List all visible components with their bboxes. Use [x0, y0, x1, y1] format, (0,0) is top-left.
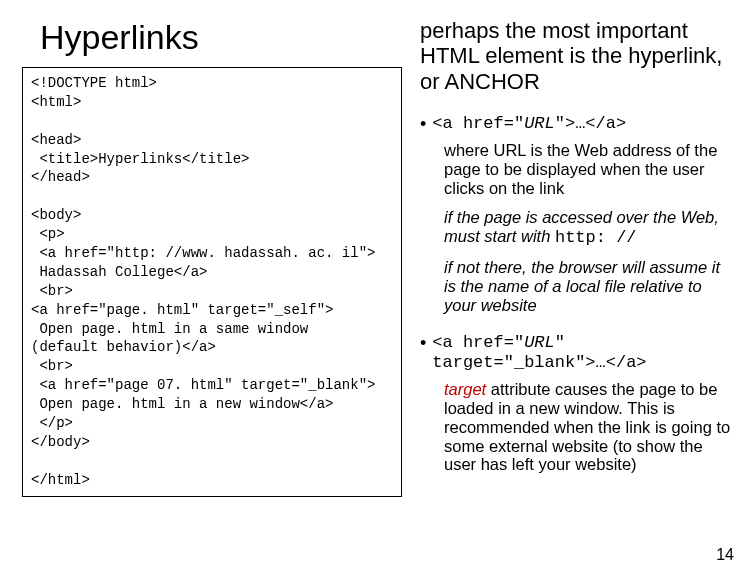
bullet-1-text: <a href="URL">…</a> — [432, 114, 734, 134]
sub-2: if the page is accessed over the Web, mu… — [444, 208, 734, 248]
intro-text: perhaps the most important HTML element … — [420, 18, 734, 94]
sub-1: where URL is the Web address of the page… — [444, 141, 734, 198]
page-number: 14 — [716, 546, 734, 564]
bullet-2: • <a href="URL" target="_blank">…</a> — [420, 333, 734, 374]
slide-title: Hyperlinks — [22, 18, 402, 57]
bullet-1: • <a href="URL">…</a> — [420, 114, 734, 136]
code-example: <!DOCTYPE html> <html> <head> <title>Hyp… — [22, 67, 402, 497]
bullet-2-text: <a href="URL" target="_blank">…</a> — [432, 333, 734, 374]
sub-4: target attribute causes the page to be l… — [444, 380, 734, 475]
sub-3: if not there, the browser will assume it… — [444, 258, 734, 315]
